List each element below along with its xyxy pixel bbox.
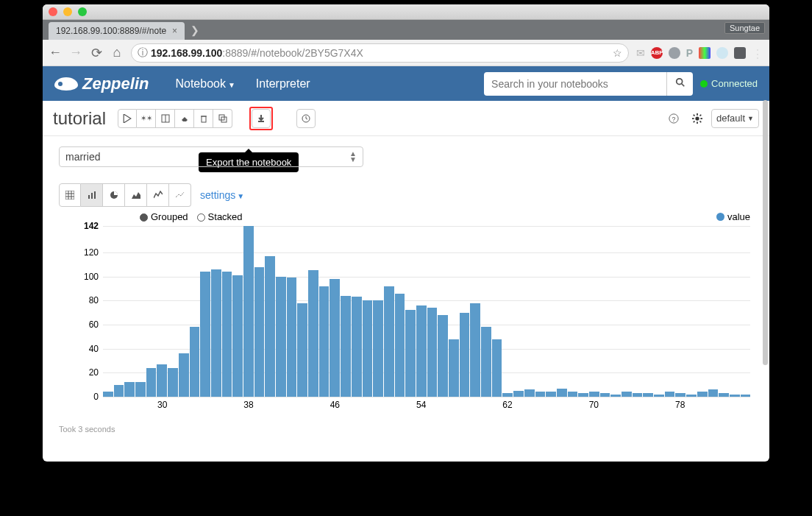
viz-table-button[interactable] [59, 183, 81, 207]
bar[interactable] [438, 315, 448, 397]
viz-line-button[interactable] [147, 183, 169, 207]
pocket-extension-icon[interactable]: P [686, 47, 693, 59]
bar[interactable] [211, 269, 221, 397]
bar[interactable] [708, 389, 719, 397]
color-extension-icon[interactable] [699, 47, 710, 59]
skype-extension-icon[interactable] [716, 47, 728, 59]
mac-minimize-button[interactable] [63, 7, 72, 16]
reload-button[interactable]: ⟳ [90, 45, 103, 61]
bar[interactable] [330, 279, 340, 397]
zeppelin-blimp-icon [54, 77, 78, 91]
bar[interactable] [254, 267, 265, 397]
browser-tab[interactable]: 192.168.99.100:8889/#/note… × [49, 22, 185, 40]
bar[interactable] [114, 385, 124, 397]
nav-interpreter[interactable]: Interpreter [256, 77, 310, 91]
browser-window: 192.168.99.100:8889/#/note… × ❯ Sungtae … [43, 4, 769, 462]
bar[interactable] [179, 353, 189, 397]
bar[interactable] [395, 294, 405, 397]
bar[interactable] [319, 286, 330, 397]
settings-button[interactable] [688, 109, 707, 128]
bar[interactable] [373, 300, 383, 397]
show-code-button[interactable] [156, 109, 175, 128]
bar[interactable] [243, 226, 254, 397]
viz-pie-button[interactable] [103, 183, 125, 207]
bar[interactable] [352, 297, 362, 397]
bar[interactable] [363, 300, 373, 397]
bar[interactable] [168, 368, 178, 397]
viz-area-button[interactable] [125, 183, 147, 207]
bar[interactable] [200, 272, 210, 397]
address-bar[interactable]: ⓘ 192.168.99.100 :8889/#/notebook/2BY5G7… [131, 43, 629, 63]
browser-menu-icon[interactable]: ⋮ [752, 47, 763, 59]
grouped-radio[interactable]: Grouped [140, 211, 188, 222]
legend-label: value [727, 211, 750, 222]
clone-button[interactable] [213, 109, 232, 128]
hide-output-button[interactable]: ✶✶ [137, 109, 156, 128]
drive-extension-icon[interactable] [669, 47, 680, 59]
chart-settings-link[interactable]: settings▼ [200, 189, 244, 201]
search-button[interactable] [666, 72, 693, 96]
bar[interactable] [557, 389, 567, 397]
bar[interactable] [276, 277, 286, 397]
bar[interactable] [524, 389, 535, 397]
scheduler-button[interactable] [296, 109, 316, 128]
bar[interactable] [135, 382, 146, 397]
back-button[interactable]: ← [49, 45, 62, 60]
bar[interactable] [190, 327, 200, 397]
erase-button[interactable] [175, 109, 194, 128]
browser-toolbar: ← → ⟳ ⌂ ⓘ 192.168.99.100 :8889/#/noteboo… [43, 40, 769, 66]
notebook-title[interactable]: tutorial [53, 108, 106, 129]
bar[interactable] [460, 313, 470, 397]
bar[interactable] [481, 327, 491, 397]
new-tab-button[interactable]: ❯ [185, 23, 205, 38]
mail-extension-icon[interactable]: ✉ [636, 47, 645, 59]
bar[interactable] [146, 368, 157, 397]
scatter-chart-icon [176, 191, 185, 199]
viz-scatter-button[interactable] [169, 183, 191, 207]
bar[interactable] [405, 310, 416, 397]
paragraph-select[interactable]: married ▲▼ [59, 146, 363, 167]
bookmark-star-icon[interactable]: ☆ [613, 47, 622, 59]
shortcut-help-button[interactable]: ? [664, 109, 683, 128]
svg-rect-23 [65, 191, 74, 199]
bar[interactable] [297, 303, 307, 397]
run-all-button[interactable] [118, 109, 137, 128]
x-tick-label: 38 [243, 400, 253, 410]
bar[interactable] [265, 256, 275, 397]
bar[interactable] [416, 305, 427, 397]
viz-bar-button[interactable] [81, 183, 103, 207]
bar[interactable] [287, 278, 297, 397]
search-input[interactable] [484, 72, 666, 96]
y-tick-label: 60 [89, 319, 99, 330]
bar[interactable] [384, 286, 394, 397]
nav-notebook[interactable]: Notebook▼ [175, 77, 235, 91]
bar[interactable] [513, 391, 524, 397]
export-notebook-button[interactable] [252, 109, 271, 128]
content-scrollbar[interactable] [763, 100, 768, 365]
mac-zoom-button[interactable] [78, 7, 87, 16]
bar[interactable] [470, 303, 480, 397]
profile-chip[interactable]: Sungtae [724, 22, 765, 34]
mac-close-button[interactable] [49, 7, 57, 16]
save-extension-icon[interactable] [734, 47, 746, 59]
bar[interactable] [308, 270, 318, 397]
bar[interactable] [157, 364, 167, 397]
bar[interactable] [232, 275, 243, 397]
zeppelin-logo[interactable]: Zeppelin [54, 74, 149, 93]
chart-x-axis: 30384654627078 [103, 397, 750, 411]
forward-button[interactable]: → [69, 45, 82, 60]
bar[interactable] [449, 339, 459, 397]
bar[interactable] [222, 272, 232, 397]
adblock-extension-icon[interactable]: ABP [651, 47, 663, 59]
bar[interactable] [124, 382, 135, 397]
site-info-icon[interactable]: ⓘ [138, 46, 148, 60]
bar[interactable] [492, 339, 502, 397]
home-button[interactable]: ⌂ [110, 45, 124, 60]
tab-close-icon[interactable]: × [172, 26, 177, 36]
mode-dropdown[interactable]: default ▼ [711, 109, 759, 128]
chevron-down-icon: ▼ [228, 81, 235, 89]
delete-button[interactable] [194, 109, 213, 128]
bar[interactable] [427, 308, 438, 397]
stacked-radio[interactable]: Stacked [197, 211, 243, 222]
bar[interactable] [341, 296, 351, 397]
